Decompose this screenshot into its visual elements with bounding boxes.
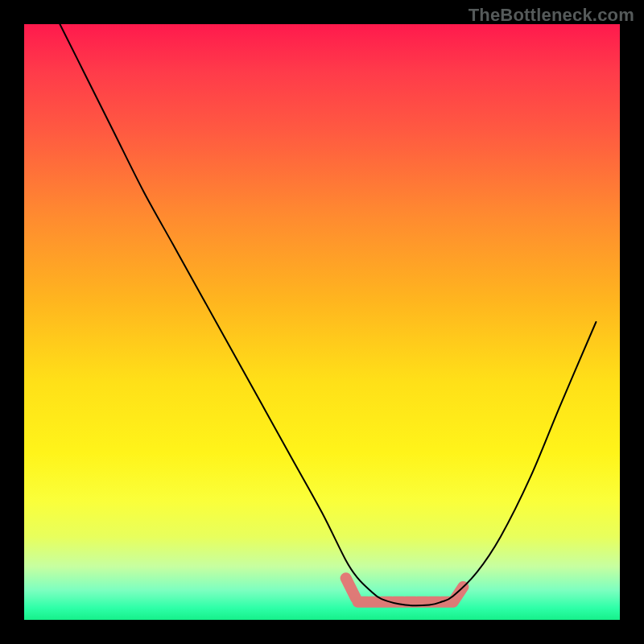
brand-label: TheBottleneck.com (469, 5, 634, 26)
plot-area (24, 24, 620, 620)
bottleneck-curve (60, 24, 596, 605)
curve-layer (24, 24, 620, 620)
chart-frame: TheBottleneck.com (0, 0, 644, 644)
highlight-stroke (346, 578, 464, 602)
